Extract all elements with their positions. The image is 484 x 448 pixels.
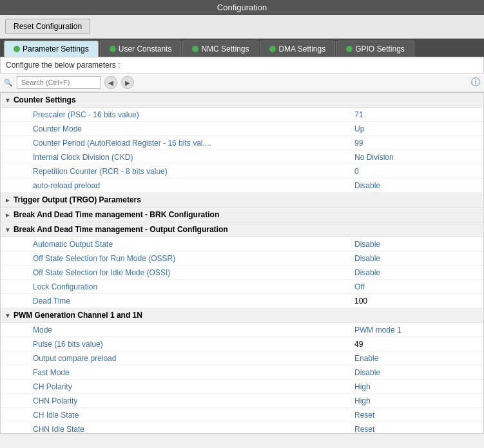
param-value[interactable]: Disable <box>354 268 483 277</box>
tab-icon-gpio-settings <box>346 46 353 52</box>
param-name: Repetition Counter (RCR - 8 bits value) <box>33 167 354 176</box>
tab-parameter-settings[interactable]: Parameter Settings <box>4 41 99 57</box>
search-input[interactable] <box>17 76 101 89</box>
search-icon: 🔍 <box>4 79 13 87</box>
section-break-dead-time-output: ▼Break And Dead Time management - Output… <box>1 222 483 308</box>
param-value[interactable]: PWM mode 1 <box>354 326 483 335</box>
chevron-icon-trigger-output: ► <box>5 197 11 204</box>
description-bar: Configure the below parameters : <box>0 57 484 73</box>
param-name: auto-reload preload <box>33 181 354 190</box>
tab-icon-parameter-settings <box>14 46 20 52</box>
tab-icon-nmc-settings <box>192 46 198 52</box>
param-name: CH Polarity <box>33 382 354 391</box>
toolbar: Reset Configuration <box>0 15 484 39</box>
param-name: Off State Selection for Idle Mode (OSSI) <box>33 268 354 277</box>
tab-nmc-settings[interactable]: NMC Settings <box>182 41 258 57</box>
param-name: Counter Period (AutoReload Register - 16… <box>33 139 354 148</box>
param-value[interactable]: Off <box>354 282 483 291</box>
content-area: ▼Counter Settings Prescaler (PSC - 16 bi… <box>0 92 484 434</box>
tab-icon-user-constants <box>110 46 116 52</box>
param-value[interactable]: Disable <box>354 368 483 377</box>
param-value[interactable]: High <box>354 396 483 405</box>
param-row: auto-reload preload Disable <box>1 179 483 193</box>
param-value[interactable]: Reset <box>354 425 483 434</box>
section-trigger-output: ►Trigger Output (TRGO) Parameters <box>1 193 483 208</box>
param-value[interactable]: Up <box>354 124 483 133</box>
reset-configuration-button[interactable]: Reset Configuration <box>5 19 90 34</box>
param-value[interactable]: 100 <box>354 297 483 306</box>
param-row: Pulse (16 bits value) 49 <box>1 337 483 351</box>
param-row: Mode PWM mode 1 <box>1 323 483 337</box>
param-row: Off State Selection for Idle Mode (OSSI)… <box>1 266 483 280</box>
title-bar: Configuration <box>0 0 484 15</box>
param-row: Counter Period (AutoReload Register - 16… <box>1 136 483 150</box>
param-row: Automatic Output State Disable <box>1 237 483 251</box>
tab-icon-dma-settings <box>269 46 276 52</box>
section-break-dead-time-brk: ►Break And Dead Time management - BRK Co… <box>1 208 483 222</box>
param-name: Automatic Output State <box>33 240 354 249</box>
chevron-icon-break-dead-time-brk: ► <box>5 211 11 219</box>
param-row: Internal Clock Division (CKD) No Divisio… <box>1 150 483 164</box>
param-name: Dead Time <box>33 297 354 306</box>
info-icon[interactable]: ⓘ <box>471 77 480 88</box>
param-name: Lock Configuration <box>33 282 354 291</box>
param-name: CHN Polarity <box>33 396 354 405</box>
param-name: Fast Mode <box>33 368 354 377</box>
chevron-icon-counter-settings: ▼ <box>5 97 11 104</box>
param-value[interactable]: No Division <box>354 153 483 162</box>
param-value[interactable]: Disable <box>354 254 483 263</box>
param-name: Prescaler (PSC - 16 bits value) <box>33 110 354 119</box>
param-row: CHN Idle State Reset <box>1 422 483 434</box>
param-value[interactable]: 49 <box>354 340 483 349</box>
tab-dma-settings[interactable]: DMA Settings <box>260 41 335 57</box>
param-value[interactable]: 99 <box>354 139 483 148</box>
tab-user-constants[interactable]: User Constants <box>100 41 182 57</box>
chevron-icon-pwm-generation: ▼ <box>5 312 11 319</box>
param-value[interactable]: Disable <box>354 240 483 249</box>
param-value[interactable]: Enable <box>354 354 483 363</box>
param-row: Lock Configuration Off <box>1 280 483 294</box>
nav-next-button[interactable]: ▶ <box>121 76 134 89</box>
section-counter-settings: ▼Counter Settings Prescaler (PSC - 16 bi… <box>1 93 483 193</box>
section-header-counter-settings[interactable]: ▼Counter Settings <box>1 93 483 108</box>
param-name: Off State Selection for Run Mode (OSSR) <box>33 254 354 263</box>
param-name: CH Idle State <box>33 411 354 420</box>
section-pwm-generation: ▼PWM Generation Channel 1 and 1N Mode PW… <box>1 308 483 434</box>
param-name: CHN Idle State <box>33 425 354 434</box>
param-row: CH Idle State Reset <box>1 408 483 422</box>
param-row: CH Polarity High <box>1 380 483 394</box>
nav-prev-button[interactable]: ◀ <box>104 76 117 89</box>
search-bar: 🔍 ◀ ▶ ⓘ <box>0 73 484 92</box>
param-row: Repetition Counter (RCR - 8 bits value) … <box>1 164 483 179</box>
param-name: Pulse (16 bits value) <box>33 340 354 349</box>
chevron-icon-break-dead-time-output: ▼ <box>5 226 11 233</box>
section-header-trigger-output[interactable]: ►Trigger Output (TRGO) Parameters <box>1 193 483 208</box>
param-value[interactable]: 71 <box>354 110 483 119</box>
param-value[interactable]: Reset <box>354 411 483 420</box>
section-header-pwm-generation[interactable]: ▼PWM Generation Channel 1 and 1N <box>1 308 483 323</box>
param-row: Off State Selection for Run Mode (OSSR) … <box>1 251 483 266</box>
param-row: Prescaler (PSC - 16 bits value) 71 <box>1 108 483 122</box>
param-value[interactable]: Disable <box>354 181 483 190</box>
param-value[interactable]: High <box>354 382 483 391</box>
param-row: Fast Mode Disable <box>1 365 483 380</box>
tab-gpio-settings[interactable]: GPIO Settings <box>336 41 414 57</box>
param-name: Mode <box>33 326 354 335</box>
tabs-bar: Parameter SettingsUser ConstantsNMC Sett… <box>0 39 484 57</box>
param-name: Counter Mode <box>33 124 354 133</box>
param-name: Output compare preload <box>33 354 354 363</box>
section-header-break-dead-time-brk[interactable]: ►Break And Dead Time management - BRK Co… <box>1 208 483 222</box>
param-row: CHN Polarity High <box>1 394 483 408</box>
param-row: Counter Mode Up <box>1 122 483 136</box>
param-row: Dead Time 100 <box>1 294 483 308</box>
param-value[interactable]: 0 <box>354 167 483 176</box>
param-row: Output compare preload Enable <box>1 351 483 365</box>
section-header-break-dead-time-output[interactable]: ▼Break And Dead Time management - Output… <box>1 222 483 237</box>
param-name: Internal Clock Division (CKD) <box>33 153 354 162</box>
